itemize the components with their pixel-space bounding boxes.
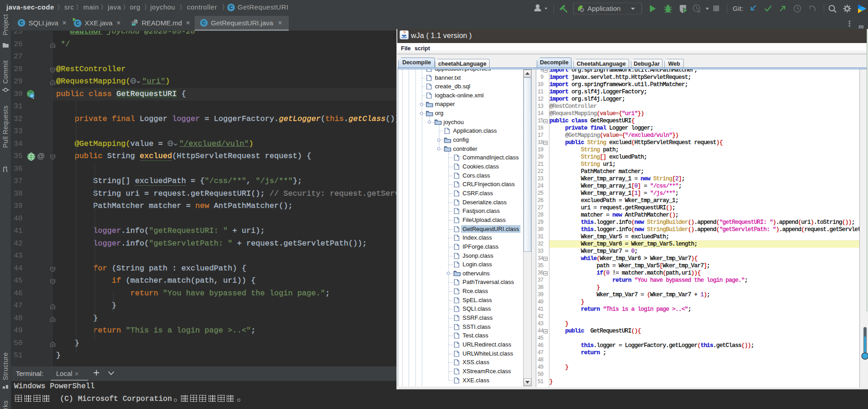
svg-text:Git:: Git:: [733, 5, 743, 12]
svg-text:Application: Application: [587, 5, 620, 12]
svg-text:MD: MD: [132, 23, 136, 26]
svg-text:e: e: [31, 93, 33, 97]
